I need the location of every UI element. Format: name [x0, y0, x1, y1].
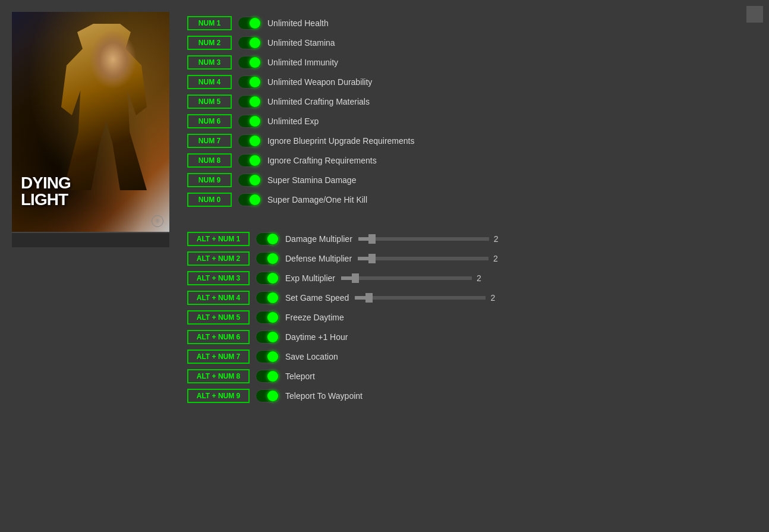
- hotkey-button[interactable]: NUM 3: [187, 55, 232, 70]
- slider-track[interactable]: [358, 237, 489, 241]
- hotkey-button[interactable]: NUM 7: [187, 134, 232, 148]
- cheat-row: NUM 4Unlimited Weapon Durability: [187, 74, 757, 90]
- cheat-label: Unlimited Weapon Durability: [267, 77, 372, 87]
- toggle-switch[interactable]: [238, 193, 261, 206]
- cheat-label: Super Damage/One Hit Kill: [267, 195, 367, 204]
- alt-toggle-switch[interactable]: [256, 291, 279, 304]
- alt-cheat-label: Teleport: [285, 372, 315, 381]
- alt-cheat-label: Damage Multiplier: [285, 234, 352, 244]
- toggle-switch[interactable]: [238, 134, 261, 147]
- slider-container: 2: [355, 293, 502, 303]
- alt-cheat-row: ALT + NUM 8Teleport: [187, 368, 757, 385]
- alt-cheat-row: ALT + NUM 4Set Game Speed2: [187, 289, 757, 306]
- alt-toggle-switch[interactable]: [256, 330, 279, 344]
- cheat-row: NUM 3Unlimited Immunity: [187, 54, 757, 71]
- alt-cheat-row: ALT + NUM 9Teleport To Waypoint: [187, 388, 757, 404]
- alt-hotkey-button[interactable]: ALT + NUM 2: [187, 251, 250, 266]
- alt-cheats-section: ALT + NUM 1Damage Multiplier2ALT + NUM 2…: [187, 231, 757, 404]
- hotkey-button[interactable]: NUM 1: [187, 16, 232, 30]
- slider-container: 2: [358, 254, 505, 263]
- alt-cheat-label: Teleport To Waypoint: [285, 391, 363, 401]
- slider-thumb[interactable]: [368, 254, 376, 263]
- toggle-switch[interactable]: [238, 56, 261, 69]
- cheat-label: Unlimited Stamina: [267, 38, 335, 48]
- alt-hotkey-button[interactable]: ALT + NUM 7: [187, 350, 250, 364]
- alt-cheat-row: ALT + NUM 1Damage Multiplier2: [187, 231, 757, 247]
- toggle-switch[interactable]: [238, 115, 261, 128]
- hotkey-button[interactable]: NUM 4: [187, 75, 232, 89]
- cheat-label: Ignore Crafting Requirements: [267, 156, 377, 165]
- right-panel: NUM 1Unlimited HealthNUM 2Unlimited Stam…: [187, 12, 757, 416]
- toggle-switch[interactable]: [238, 17, 261, 30]
- hotkey-button[interactable]: NUM 8: [187, 153, 232, 168]
- cheat-label: Ignore Blueprint Upgrade Requirements: [267, 136, 414, 146]
- cheat-row: NUM 7Ignore Blueprint Upgrade Requiremen…: [187, 133, 757, 149]
- hotkey-button[interactable]: NUM 9: [187, 173, 232, 187]
- cheat-row: NUM 0Super Damage/One Hit Kill: [187, 191, 757, 208]
- close-button[interactable]: [746, 6, 763, 23]
- cheat-row: NUM 5Unlimited Crafting Materials: [187, 93, 757, 110]
- cheat-row: NUM 1Unlimited Health: [187, 15, 757, 32]
- slider-thumb[interactable]: [368, 234, 376, 244]
- alt-hotkey-button[interactable]: ALT + NUM 4: [187, 291, 250, 305]
- cheat-label: Unlimited Crafting Materials: [267, 97, 370, 106]
- cheat-label: Unlimited Immunity: [267, 58, 338, 67]
- alt-cheat-label: Daytime +1 Hour: [285, 332, 348, 342]
- main-container: DYINGLIGHT ® NUM 1Unlimited HealthNUM 2U…: [0, 0, 769, 428]
- cheat-label: Super Stamina Damage: [267, 175, 356, 185]
- alt-cheat-label: Defense Multiplier: [285, 254, 352, 263]
- alt-cheat-label: Set Game Speed: [285, 293, 349, 303]
- slider-track[interactable]: [341, 276, 472, 280]
- alt-toggle-switch[interactable]: [256, 350, 279, 363]
- left-panel: DYINGLIGHT ®: [12, 12, 169, 416]
- game-title-logo: DYINGLIGHT: [21, 175, 71, 208]
- hotkey-button[interactable]: NUM 6: [187, 114, 232, 128]
- cheat-row: NUM 9Super Stamina Damage: [187, 172, 757, 188]
- alt-hotkey-button[interactable]: ALT + NUM 3: [187, 271, 250, 285]
- slider-value: 2: [493, 254, 505, 263]
- alt-cheat-label: Save Location: [285, 352, 338, 361]
- alt-cheat-row: ALT + NUM 3Exp Multiplier2: [187, 270, 757, 287]
- alt-hotkey-button[interactable]: ALT + NUM 5: [187, 310, 250, 325]
- alt-cheat-label: Exp Multiplier: [285, 273, 335, 283]
- alt-cheat-label: Freeze Daytime: [285, 313, 344, 322]
- cheat-label: Unlimited Exp: [267, 117, 319, 126]
- alt-toggle-switch[interactable]: [256, 311, 279, 324]
- toggle-switch[interactable]: [238, 154, 261, 167]
- slider-track[interactable]: [355, 296, 486, 300]
- slider-container: 2: [341, 273, 488, 283]
- slider-container: 2: [358, 234, 506, 244]
- alt-hotkey-button[interactable]: ALT + NUM 8: [187, 369, 250, 383]
- alt-cheat-row: ALT + NUM 6Daytime +1 Hour: [187, 329, 757, 345]
- slider-value: 2: [477, 273, 488, 283]
- slider-thumb[interactable]: [352, 273, 359, 283]
- slider-value: 2: [494, 234, 506, 244]
- alt-toggle-switch[interactable]: [256, 252, 279, 265]
- alt-cheat-row: ALT + NUM 2Defense Multiplier2: [187, 250, 757, 267]
- alt-toggle-switch[interactable]: [256, 389, 279, 402]
- alt-hotkey-button[interactable]: ALT + NUM 1: [187, 232, 250, 246]
- alt-hotkey-button[interactable]: ALT + NUM 9: [187, 389, 250, 403]
- cheat-row: NUM 6Unlimited Exp: [187, 113, 757, 130]
- alt-hotkey-button[interactable]: ALT + NUM 6: [187, 330, 250, 344]
- slider-track[interactable]: [358, 257, 488, 260]
- hotkey-button[interactable]: NUM 0: [187, 193, 232, 207]
- cheat-row: NUM 2Unlimited Stamina: [187, 34, 757, 51]
- hotkey-button[interactable]: NUM 2: [187, 36, 232, 50]
- alt-toggle-switch[interactable]: [256, 272, 279, 285]
- num-cheats-section: NUM 1Unlimited HealthNUM 2Unlimited Stam…: [187, 15, 757, 208]
- alt-toggle-switch[interactable]: [256, 232, 279, 245]
- toggle-switch[interactable]: [238, 174, 261, 187]
- slider-value: 2: [490, 293, 502, 303]
- alt-toggle-switch[interactable]: [256, 370, 279, 383]
- hotkey-button[interactable]: NUM 5: [187, 95, 232, 109]
- slider-thumb[interactable]: [365, 293, 373, 303]
- cheat-row: NUM 8Ignore Crafting Requirements: [187, 152, 757, 169]
- cheat-label: Unlimited Health: [267, 18, 329, 28]
- trainer-label: [12, 232, 169, 247]
- alt-cheat-row: ALT + NUM 5Freeze Daytime: [187, 309, 757, 326]
- toggle-switch[interactable]: [238, 75, 261, 89]
- toggle-switch[interactable]: [238, 95, 261, 108]
- alt-cheat-row: ALT + NUM 7Save Location: [187, 348, 757, 365]
- toggle-switch[interactable]: [238, 36, 261, 49]
